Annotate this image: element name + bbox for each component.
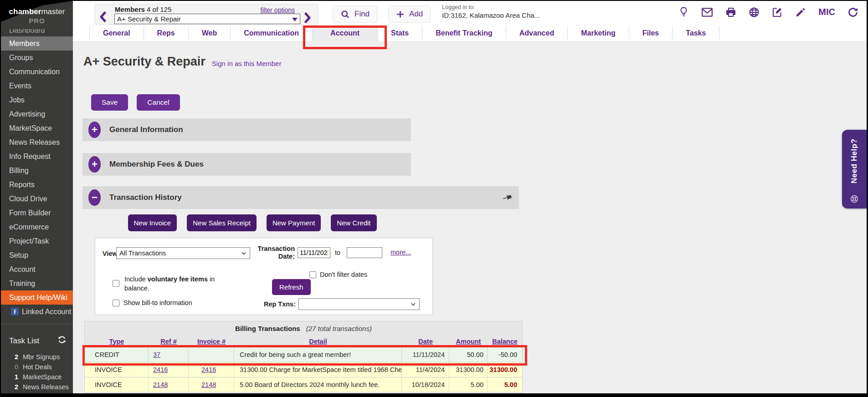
pencil-icon[interactable] <box>795 7 806 18</box>
filter-options-link[interactable]: filter options <box>261 6 295 14</box>
col-invoice[interactable]: Invoice # <box>189 338 234 345</box>
task-item-mbr-signups[interactable]: 2Mbr Signups <box>1 352 73 362</box>
ref-link[interactable]: 2416 <box>153 366 168 373</box>
plus-circle-icon[interactable]: + <box>88 122 101 138</box>
col-type[interactable]: Type <box>85 338 149 345</box>
plus-circle-icon[interactable]: + <box>88 156 101 173</box>
date-to-input[interactable] <box>347 247 382 258</box>
sidebar-item-members[interactable]: Members <box>1 36 73 51</box>
tab-account[interactable]: Account <box>312 26 377 41</box>
globe-icon[interactable] <box>749 7 760 18</box>
rep-txns-select[interactable] <box>298 298 420 310</box>
section-general-information: + General Information <box>82 118 411 141</box>
tab-stats[interactable]: Stats <box>377 26 422 41</box>
tab-general[interactable]: General <box>89 26 144 41</box>
sidebar-item-communication[interactable]: Communication <box>1 65 73 79</box>
sidebar-item-events[interactable]: Events <box>1 79 73 93</box>
tab-files[interactable]: Files <box>629 26 672 41</box>
sidebar-item-account[interactable]: Account <box>1 262 73 276</box>
find-button[interactable]: Find <box>333 5 377 23</box>
sidebar-item-groups[interactable]: Groups <box>1 51 73 65</box>
sidebar-item-form-builder[interactable]: Form Builder <box>1 206 73 220</box>
tab-reps[interactable]: Reps <box>144 26 188 41</box>
lightbulb-icon[interactable] <box>678 6 689 18</box>
include-voluntary-checkbox[interactable] <box>113 280 119 287</box>
compose-icon[interactable] <box>772 7 783 18</box>
show-billto-checkbox[interactable] <box>113 300 119 306</box>
chevron-right-icon[interactable] <box>303 12 312 25</box>
sidebar-item-ecommerce[interactable]: eCommerce <box>1 220 73 234</box>
sidebar-item-billing[interactable]: Billing <box>1 163 73 178</box>
sidebar-item-linked-account[interactable]: f Linked Account <box>1 305 73 319</box>
task-item-marketspace[interactable]: 1MarketSpace <box>1 372 73 382</box>
printer-icon[interactable] <box>725 7 736 18</box>
view-select[interactable]: All Transactions <box>116 247 250 259</box>
transaction-date-label: Transaction Date: <box>255 245 295 260</box>
table-row-invoice: INVOICE 2416 2416 31300.00 Charge for Ma… <box>85 362 522 377</box>
member-account-content: A+ Security & Repair Sign in as this Mem… <box>73 55 867 392</box>
show-billto-label: Show bill-to information <box>123 299 192 306</box>
col-detail[interactable]: Detail <box>234 338 402 345</box>
brand-master: master <box>41 7 65 16</box>
table-row-invoice: INVOICE 2148 2148 5.00 Board of Director… <box>85 377 522 392</box>
col-ref[interactable]: Ref # <box>149 338 189 345</box>
save-button[interactable]: Save <box>91 94 128 111</box>
new-invoice-button[interactable]: New Invoice <box>128 214 177 231</box>
section-membership-fees: + Membership Fees & Dues <box>82 153 411 176</box>
transaction-filter-panel: View: All Transactions Transaction Date:… <box>95 238 433 315</box>
chevron-left-icon[interactable] <box>99 11 107 24</box>
envelope-icon[interactable] <box>701 7 713 17</box>
brand-logo: chambermaster PRO <box>1 1 73 29</box>
invoice-link[interactable]: 2148 <box>201 381 216 388</box>
task-list-title: Task List <box>9 336 39 346</box>
member-select[interactable]: A+ Security & Repair <box>114 14 300 24</box>
sidebar-item-marketspace[interactable]: MarketSpace <box>1 121 73 135</box>
col-balance[interactable]: Balance <box>488 338 522 345</box>
sidebar-item-info-request[interactable]: Info Request <box>1 149 73 163</box>
tab-marketing[interactable]: Marketing <box>567 26 629 41</box>
dont-filter-dates-checkbox[interactable] <box>309 271 316 278</box>
app-window: chambermaster PRO Dashboard Members Grou… <box>0 0 868 397</box>
sidebar-item-reports[interactable]: Reports <box>1 178 73 192</box>
tab-tasks[interactable]: Tasks <box>672 26 719 41</box>
task-refresh-icon[interactable] <box>57 335 67 346</box>
table-row-credit: CREDIT 37 Credit for being such a great … <box>85 347 522 362</box>
sidebar-item-news-releases[interactable]: News Releases <box>1 135 73 149</box>
need-help-tab[interactable]: Need Help? <box>842 130 867 209</box>
sidebar-item-dashboard[interactable]: Dashboard <box>1 29 73 36</box>
new-sales-receipt-button[interactable]: New Sales Receipt <box>187 214 257 231</box>
table-title: Billing Transactions <box>235 325 300 332</box>
to-label: to <box>335 249 340 256</box>
sidebar-item-project-task[interactable]: Project/Task <box>1 234 73 248</box>
task-item-hot-deals[interactable]: 0Hot Deals <box>1 362 73 372</box>
cancel-button[interactable]: Cancel <box>137 94 180 111</box>
pushpin-icon[interactable] <box>502 192 513 205</box>
sidebar-item-cloud-drive[interactable]: Cloud Drive <box>1 192 73 206</box>
new-credit-button[interactable]: New Credit <box>331 214 376 231</box>
refresh-button[interactable]: Refresh <box>272 279 311 295</box>
date-from-input[interactable] <box>298 247 330 258</box>
invoice-link[interactable]: 2416 <box>201 366 216 373</box>
col-date[interactable]: Date <box>402 338 449 345</box>
tab-web[interactable]: Web <box>188 26 230 41</box>
sign-in-as-member-link[interactable]: Sign in as this Member <box>212 60 282 67</box>
new-payment-button[interactable]: New Payment <box>267 214 321 231</box>
minus-circle-icon[interactable]: − <box>88 189 101 206</box>
tab-advanced[interactable]: Advanced <box>506 26 567 41</box>
mic-button[interactable]: MIC <box>818 7 835 17</box>
more-link[interactable]: more... <box>390 249 411 256</box>
sidebar-item-setup[interactable]: Setup <box>1 248 73 262</box>
sidebar-item-advertising[interactable]: Advertising <box>1 107 73 121</box>
tab-benefit-tracking[interactable]: Benefit Tracking <box>422 26 505 41</box>
sidebar-item-support-help[interactable]: Support Help/Wiki <box>1 290 73 305</box>
tab-communication[interactable]: Communication <box>230 26 312 41</box>
add-button[interactable]: Add <box>388 5 431 23</box>
ref-link[interactable]: 2148 <box>153 381 168 388</box>
refresh-icon[interactable] <box>847 7 858 18</box>
sidebar-item-training[interactable]: Training <box>1 276 73 290</box>
task-item-news-releases[interactable]: 2News Releases <box>1 382 73 392</box>
logged-in-label: Logged in to: <box>442 4 540 10</box>
ref-link[interactable]: 37 <box>153 351 160 358</box>
col-amount[interactable]: Amount <box>449 338 488 345</box>
sidebar-item-jobs[interactable]: Jobs <box>1 93 73 107</box>
